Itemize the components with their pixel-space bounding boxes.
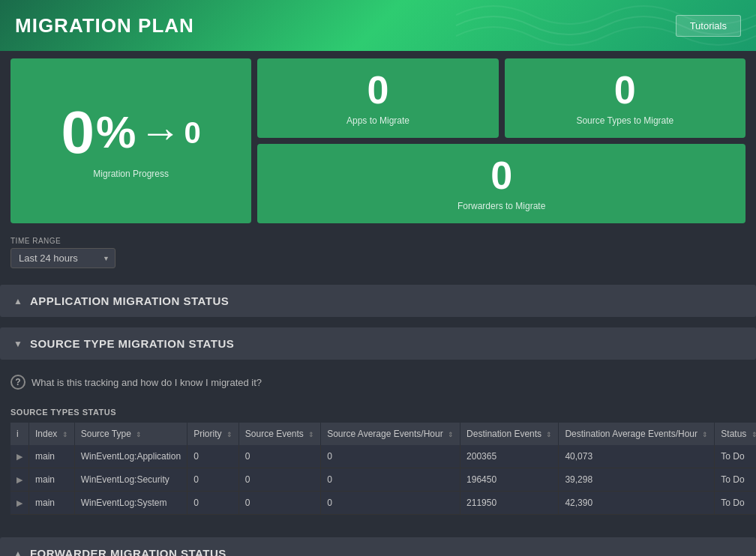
page-title: MIGRATION PLAN bbox=[15, 14, 194, 37]
th-status[interactable]: Status ⇕ bbox=[715, 423, 756, 445]
row2-source-type: WinEventLog:Security bbox=[74, 468, 187, 492]
table-header: i Index ⇕ Source Type ⇕ Priority ⇕ Sourc… bbox=[10, 423, 756, 445]
row3-expand[interactable]: ▶ bbox=[10, 492, 29, 515]
time-range-label: TIME RANGE bbox=[10, 237, 746, 245]
apps-label: Apps to Migrate bbox=[346, 115, 410, 126]
expand-icon-1[interactable]: ▶ bbox=[16, 452, 22, 461]
row3-index: main bbox=[29, 492, 75, 515]
time-range-select[interactable]: Last 24 hours Last 7 days Last 30 days bbox=[10, 248, 116, 268]
tutorials-button[interactable]: Tutorials bbox=[676, 15, 741, 37]
row1-source-events: 0 bbox=[238, 445, 320, 468]
status-sort-icon: ⇕ bbox=[752, 431, 756, 438]
info-icon: ? bbox=[10, 375, 26, 390]
row1-dest-avg: 40,073 bbox=[559, 445, 715, 468]
source-events-sort-icon: ⇕ bbox=[308, 431, 314, 438]
row1-index: main bbox=[29, 445, 75, 468]
source-types-label: SOURCE TYPES STATUS bbox=[10, 408, 746, 417]
th-index[interactable]: Index ⇕ bbox=[29, 423, 75, 445]
migration-progress-card: 0 % → 0 Migration Progress bbox=[10, 58, 251, 223]
th-dest-events[interactable]: Destination Events ⇕ bbox=[460, 423, 559, 445]
row1-priority: 0 bbox=[188, 445, 239, 468]
row2-source-avg: 0 bbox=[321, 468, 460, 492]
th-info: i bbox=[10, 423, 29, 445]
source-type-section-title: SOURCE TYPE MIGRATION STATUS bbox=[30, 337, 234, 350]
row1-source-type: WinEventLog:Application bbox=[74, 445, 187, 468]
page-wrapper: MIGRATION PLAN Tutorials 0 % → 0 Migrati… bbox=[0, 0, 756, 556]
row2-dest-avg: 39,298 bbox=[559, 468, 715, 492]
percent-symbol: % bbox=[96, 110, 136, 155]
arrow-symbol: → bbox=[139, 112, 181, 154]
dest-avg-sort-icon: ⇕ bbox=[702, 431, 708, 438]
source-types-table: i Index ⇕ Source Type ⇕ Priority ⇕ Sourc… bbox=[10, 423, 756, 515]
time-range-wrapper: Last 24 hours Last 7 days Last 30 days bbox=[10, 248, 116, 268]
progress-right-value: 0 bbox=[184, 116, 200, 150]
forwarders-label: Forwarders to Migrate bbox=[458, 201, 545, 211]
row2-status: To Do bbox=[715, 468, 756, 492]
info-row: ? What is this tracking and how do I kno… bbox=[10, 370, 746, 394]
row2-source-events: 0 bbox=[238, 468, 320, 492]
progress-display: 0 % → 0 bbox=[62, 103, 201, 163]
application-triangle-icon: ▲ bbox=[14, 296, 22, 306]
source-type-triangle-icon: ▼ bbox=[14, 339, 22, 349]
page-header: MIGRATION PLAN Tutorials bbox=[0, 0, 756, 51]
progress-value: 0 bbox=[62, 103, 95, 163]
row1-status: To Do bbox=[715, 445, 756, 468]
row3-dest-avg: 42,390 bbox=[559, 492, 715, 515]
row2-dest-events: 196450 bbox=[460, 468, 559, 492]
progress-right: 0 bbox=[184, 116, 200, 150]
row3-source-avg: 0 bbox=[321, 492, 460, 515]
source-types-table-section: SOURCE TYPES STATUS i Index ⇕ Source Typ… bbox=[0, 402, 756, 527]
table-row: ▶ main WinEventLog:System 0 0 0 211950 4… bbox=[10, 492, 756, 515]
table-row: ▶ main WinEventLog:Security 0 0 0 196450… bbox=[10, 468, 756, 492]
apps-to-migrate-card: 0 Apps to Migrate bbox=[257, 58, 498, 138]
forwarders-value: 0 bbox=[490, 156, 512, 195]
th-source-events[interactable]: Source Events ⇕ bbox=[238, 423, 320, 445]
priority-sort-icon: ⇕ bbox=[226, 431, 232, 438]
th-source-avg[interactable]: Source Average Events/Hour ⇕ bbox=[321, 423, 460, 445]
index-sort-icon: ⇕ bbox=[62, 431, 68, 438]
th-dest-avg[interactable]: Destination Average Events/Hour ⇕ bbox=[559, 423, 715, 445]
source-types-value: 0 bbox=[614, 70, 636, 109]
expand-icon-3[interactable]: ▶ bbox=[16, 498, 22, 507]
row3-source-type: WinEventLog:System bbox=[74, 492, 187, 515]
forwarder-triangle-icon: ▲ bbox=[14, 549, 22, 557]
time-range-section: TIME RANGE Last 24 hours Last 7 days Las… bbox=[0, 231, 756, 277]
table-header-row: i Index ⇕ Source Type ⇕ Priority ⇕ Sourc… bbox=[10, 423, 756, 445]
row1-expand[interactable]: ▶ bbox=[10, 445, 29, 468]
forwarder-section-header[interactable]: ▲ FORWARDER MIGRATION STATUS bbox=[0, 537, 756, 556]
info-box: ? What is this tracking and how do I kno… bbox=[0, 363, 756, 402]
application-section-title: APPLICATION MIGRATION STATUS bbox=[30, 294, 229, 307]
application-section-header[interactable]: ▲ APPLICATION MIGRATION STATUS bbox=[0, 285, 756, 317]
row3-priority: 0 bbox=[188, 492, 239, 515]
forwarders-card: 0 Forwarders to Migrate bbox=[257, 144, 746, 223]
info-text: What is this tracking and how do I know … bbox=[32, 377, 262, 388]
forwarder-section-title: FORWARDER MIGRATION STATUS bbox=[30, 547, 226, 556]
row3-dest-events: 211950 bbox=[460, 492, 559, 515]
table-row: ▶ main WinEventLog:Application 0 0 0 200… bbox=[10, 445, 756, 468]
apps-value: 0 bbox=[368, 70, 389, 109]
row3-source-events: 0 bbox=[238, 492, 320, 515]
row1-source-avg: 0 bbox=[321, 445, 460, 468]
expand-icon-2[interactable]: ▶ bbox=[16, 475, 22, 484]
row3-status: To Do bbox=[715, 492, 756, 515]
migration-progress-label: Migration Progress bbox=[93, 169, 169, 179]
source-type-sort-icon: ⇕ bbox=[136, 431, 142, 438]
row1-dest-events: 200365 bbox=[460, 445, 559, 468]
table-body: ▶ main WinEventLog:Application 0 0 0 200… bbox=[10, 445, 756, 515]
source-types-label: Source Types to Migrate bbox=[576, 115, 674, 126]
source-avg-sort-icon: ⇕ bbox=[448, 431, 454, 438]
row2-index: main bbox=[29, 468, 75, 492]
th-source-type[interactable]: Source Type ⇕ bbox=[74, 423, 187, 445]
stat-cards-section: 0 % → 0 Migration Progress 0 Apps to Mig… bbox=[0, 51, 756, 231]
row2-priority: 0 bbox=[188, 468, 239, 492]
dest-events-sort-icon: ⇕ bbox=[546, 431, 552, 438]
th-priority[interactable]: Priority ⇕ bbox=[188, 423, 239, 445]
source-types-card: 0 Source Types to Migrate bbox=[505, 58, 746, 138]
source-type-section-header[interactable]: ▼ SOURCE TYPE MIGRATION STATUS bbox=[0, 327, 756, 360]
row2-expand[interactable]: ▶ bbox=[10, 468, 29, 492]
